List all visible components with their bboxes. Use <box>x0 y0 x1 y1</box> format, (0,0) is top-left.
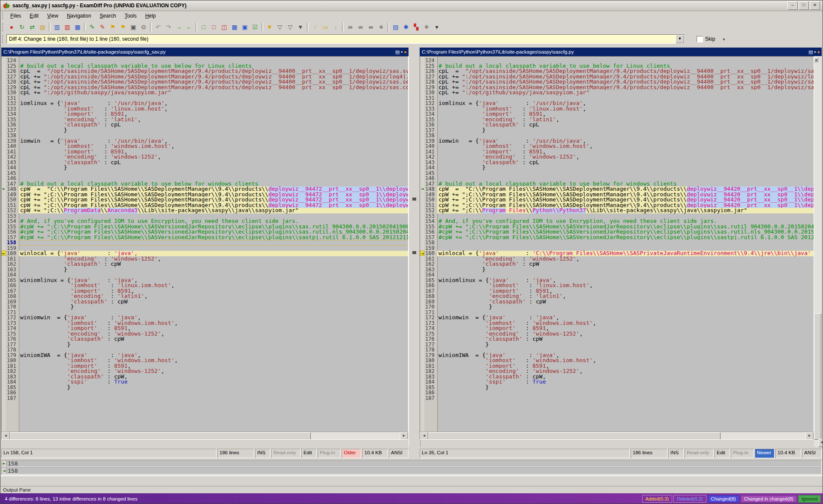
toolbar-recompare-icon[interactable]: ↻ <box>17 22 27 32</box>
toolbar-filter-options-icon[interactable]: ▼ <box>295 22 306 32</box>
toolbar-plug-ins-icon[interactable]: ▚ <box>411 22 421 32</box>
toolbar-save-first-file-icon[interactable]: ▥ <box>52 22 62 32</box>
diff-marker-left-icon[interactable]: ◄ <box>420 186 424 192</box>
overflow-chevron-icon[interactable]: ▾ <box>723 37 725 42</box>
toolbar-edit-filters-icon[interactable]: ▼ <box>264 22 275 32</box>
toolbar-redo-icon[interactable]: ↷ <box>163 22 174 32</box>
toolbar-options-icon[interactable]: ✱ <box>401 22 411 32</box>
pane-splitter[interactable] <box>408 56 421 447</box>
gutter-cell <box>420 197 424 203</box>
scroll-right-icon[interactable]: ► <box>805 432 814 440</box>
toolbar-gripper[interactable] <box>2 23 5 31</box>
toolbar-show-first-only-icon[interactable]: ◫ <box>219 22 229 32</box>
scrollbar-thumb[interactable] <box>428 432 721 440</box>
counter-changed-in-changed[interactable]: Changed in changed(8) <box>741 495 797 503</box>
toolbar-clear-filters-icon[interactable]: ▽ <box>285 22 295 32</box>
toolbar-apply-filters-icon[interactable]: ▽ <box>275 22 285 32</box>
scrollbar-thumb[interactable] <box>814 313 821 440</box>
toolbar-flag-first-file-icon[interactable]: ⚑ <box>108 22 118 32</box>
gutter-cell <box>2 267 6 273</box>
code-text: 'classpath' : cpW <box>19 336 408 342</box>
counter-added[interactable]: Added(0,3) <box>642 495 672 503</box>
gutter-cell <box>2 299 6 305</box>
toolbar-show-identical-icon[interactable]: □ <box>198 22 209 32</box>
toolbar-merge-up-icon[interactable]: ↑ <box>310 22 320 32</box>
minimize-button[interactable]: – <box>787 1 798 10</box>
toolbar-find-previous-icon[interactable]: ∞ <box>366 22 376 32</box>
menu-tools[interactable]: Tools <box>121 12 141 20</box>
counter-changed[interactable]: Changed(8) <box>708 495 739 503</box>
vertical-scrollbar[interactable]: ▲ ▼ <box>814 56 821 447</box>
diff-marker-right-icon[interactable]: ► <box>2 251 6 256</box>
scroll-left-icon[interactable]: ◄ <box>420 432 428 440</box>
toolbar-settings-icon[interactable]: ✳ <box>421 22 432 32</box>
toolbar-sort-icon[interactable]: ≡ <box>376 22 386 32</box>
toolbar-find-next-icon[interactable]: ∞ <box>355 22 366 32</box>
close-button[interactable]: ✕ <box>810 1 820 10</box>
toolbar-toolbar-more-icon[interactable]: ▾ <box>432 22 442 32</box>
toolbar-compare-files-icon[interactable]: ● <box>6 22 17 32</box>
gutter-cell <box>2 304 6 310</box>
scroll-right-icon[interactable]: ► <box>400 432 408 440</box>
horizontal-scrollbar[interactable]: ◄ ► <box>2 432 408 439</box>
toolbar-copy-block-icon[interactable]: ▭ <box>320 22 330 32</box>
code-line: 150cpW += ";C:\\Program Files\\SASHome\\… <box>2 197 408 203</box>
toolbar-print-icon[interactable]: ▣ <box>128 22 138 32</box>
toolbar-open-files-icon[interactable]: ▤ <box>37 22 48 32</box>
scroll-down-icon[interactable]: ▼ <box>818 439 823 447</box>
menu-view[interactable]: View <box>43 12 62 20</box>
chevron-down-icon[interactable]: ▼ <box>676 35 684 43</box>
scroll-left-icon[interactable]: ◄ <box>2 432 10 440</box>
line-number: 178 <box>424 347 437 353</box>
diff-marker-right-icon[interactable]: ► <box>2 186 6 192</box>
menu-search[interactable]: Search <box>96 12 120 20</box>
second-file-pane[interactable]: 124125# build out a local classpath vari… <box>420 56 814 440</box>
current-diff-combobox[interactable]: Diff 4: Change 1 line (160, first file) … <box>6 34 685 44</box>
diff-marker-left-icon[interactable]: ◄ <box>420 251 424 256</box>
counter-deleted[interactable]: Deleted(0,2) <box>673 495 706 503</box>
toolbar-gripper[interactable] <box>2 12 5 19</box>
chevron-down-icon[interactable]: ▾ <box>814 50 816 54</box>
menu-edit[interactable]: Edit <box>26 12 42 20</box>
toolbar-merge-down-icon[interactable]: ↓ <box>330 22 341 32</box>
apple-icon[interactable]: ● <box>817 49 820 54</box>
counter-ignored[interactable]: Ignored <box>798 495 821 503</box>
toolbar-report-icon[interactable]: ▤ <box>390 22 401 32</box>
menu-navigation[interactable]: Navigation <box>63 12 95 20</box>
toolbar-auto-recompare-icon[interactable]: ☑ <box>250 22 260 32</box>
chevron-down-icon[interactable]: ▾ <box>401 50 402 54</box>
maximize-button[interactable]: □ <box>799 1 809 10</box>
print-icon[interactable]: ▤ <box>395 49 399 55</box>
line-number: 144 <box>6 165 19 171</box>
toolbar-undo-icon[interactable]: ↶ <box>153 22 163 32</box>
menu-help[interactable]: Help <box>141 12 160 20</box>
toolbar-find-icon[interactable]: ∞ <box>345 22 355 32</box>
code-text: 'encoding' : 'windows-1252', <box>437 369 814 374</box>
print-icon[interactable]: ▤ <box>808 49 813 55</box>
toolbar-search-icon[interactable]: ⊙ <box>138 22 149 32</box>
toolbar-next-difference-icon[interactable]: → <box>174 22 184 32</box>
horizontal-scrollbar[interactable]: ◄ ► <box>420 432 814 439</box>
first-file-pane[interactable]: 124125# build out a local classpath vari… <box>1 56 408 440</box>
merge-left-icon[interactable]: ◄ <box>2 468 7 474</box>
toolbar-edit-first-file-icon[interactable]: ✎ <box>87 22 97 32</box>
apple-icon[interactable]: ● <box>404 49 407 54</box>
toolbar-flag-second-file-icon[interactable]: ⚑ <box>118 22 128 32</box>
code-line: 182 'encoding' : 'windows-1252', <box>420 369 814 374</box>
toolbar-synchronize-view-icon[interactable]: ▣ <box>240 22 250 32</box>
scroll-up-icon[interactable]: ▲ <box>814 57 818 62</box>
toolbar-show-different-icon[interactable]: □ <box>209 22 219 32</box>
scrollbar-thumb[interactable] <box>10 432 311 440</box>
gutter-cell <box>2 181 6 187</box>
toolbar-edit-second-file-icon[interactable]: ✎ <box>97 22 108 32</box>
toolbar-previous-difference-icon[interactable]: ← <box>184 22 194 32</box>
toolbar-gripper[interactable] <box>2 35 5 43</box>
merge-right-icon[interactable]: ► <box>2 461 7 466</box>
toolbar-save-both-files-icon[interactable]: ▦ <box>72 22 83 32</box>
status-ins-mode: INS <box>255 449 270 458</box>
toolbar-swap-and-recompare-icon[interactable]: ⇄ <box>27 22 37 32</box>
skip-checkbox[interactable] <box>697 36 703 42</box>
toolbar-show-second-only-icon[interactable]: ▦ <box>229 22 240 32</box>
toolbar-save-second-file-icon[interactable]: ▥ <box>62 22 72 32</box>
menu-files[interactable]: Files <box>6 12 25 20</box>
